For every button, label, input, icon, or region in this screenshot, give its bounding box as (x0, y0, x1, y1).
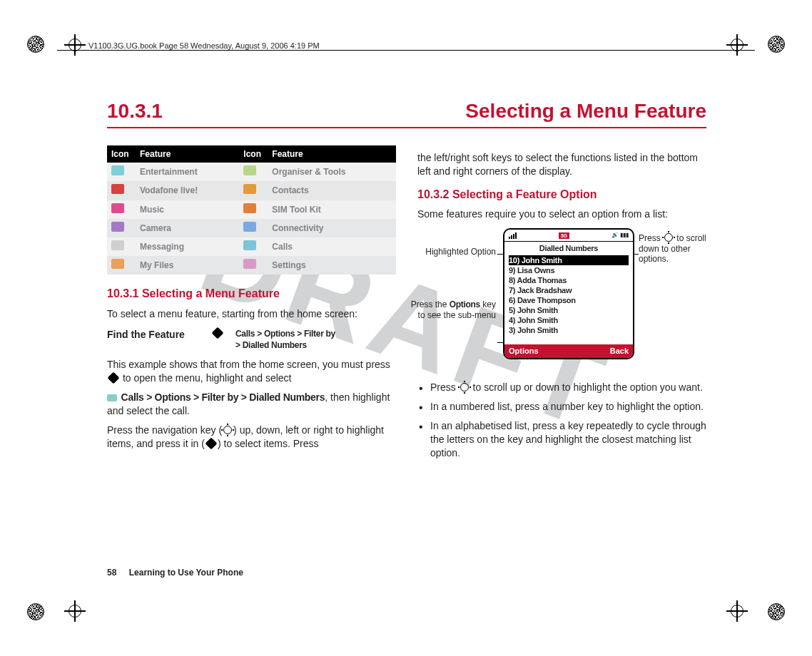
feature-cell: Music (136, 200, 239, 219)
print-registration-mark (768, 603, 785, 620)
feature-cell: Camera (136, 219, 239, 237)
subsection-heading: 10.3.1 Selecting a Menu Feature (107, 286, 396, 302)
feature-cell: Settings (268, 256, 396, 275)
feature-cell: Contacts (268, 181, 396, 200)
header-meta-text: V1100.3G.UG.book Page 58 Wednesday, Augu… (86, 41, 323, 50)
center-key-icon (212, 327, 224, 339)
table-header: Icon (107, 145, 136, 163)
table-row: Vodafone live! Contacts (107, 181, 396, 200)
print-registration-mark (768, 36, 785, 53)
find-the-feature-block: Find the Feature Calls > Options > Filte… (107, 328, 396, 351)
contacts-icon (243, 184, 256, 194)
print-registration-mark (27, 603, 44, 620)
list-item: 7) Jack Bradshaw (509, 285, 629, 295)
phone-screen-title: Dialled Numbers (504, 242, 633, 255)
feature-cell: Messaging (136, 237, 239, 256)
table-header: Feature (268, 145, 396, 163)
find-feature-label: Find the Feature (107, 328, 200, 342)
feature-cell: Calls (268, 237, 396, 256)
settings-icon (243, 259, 256, 269)
crop-mark-icon (726, 34, 748, 56)
print-registration-mark (27, 36, 44, 53)
section-title: Selecting a Menu Feature (465, 100, 706, 123)
phone-diagram: Highlighted Option Press the Options key… (417, 228, 706, 371)
body-text: Press the navigation key () up, down, le… (107, 424, 396, 451)
sound-battery-icons: 🔊 ▮▮▮ (611, 232, 629, 240)
signal-icon (509, 232, 517, 239)
feature-cell: Organiser & Tools (268, 163, 396, 181)
list-item: 4) John Smith (509, 315, 629, 325)
phone-screen: 3G 🔊 ▮▮▮ Dialled Numbers 10) John Smith … (503, 228, 634, 359)
crop-mark-icon (64, 600, 86, 622)
list-item: 5) John Smith (509, 305, 629, 315)
sim-toolkit-icon (243, 203, 256, 213)
table-row: My Files Settings (107, 256, 396, 275)
entertainment-icon (111, 165, 124, 175)
callout-options-key: Press the Options key to see the sub-men… (410, 299, 496, 320)
softkey-right: Back (610, 346, 629, 357)
list-item: 3) John Smith (509, 325, 629, 335)
table-row: Entertainment Organiser & Tools (107, 163, 396, 181)
navigation-key-icon (460, 383, 469, 391)
calls-icon (107, 394, 117, 401)
list-item: 8) Adda Thomas (509, 275, 629, 285)
header-rule (57, 50, 755, 51)
body-text: This example shows that from the home sc… (107, 358, 396, 385)
crop-mark-icon (64, 34, 86, 56)
feature-cell: Connectivity (268, 219, 396, 237)
feature-cell: My Files (136, 256, 239, 275)
right-column: the left/right soft keys to select the f… (417, 145, 706, 466)
table-row: Messaging Calls (107, 237, 396, 256)
feature-cell: SIM Tool Kit (268, 200, 396, 219)
navigation-key-icon (664, 233, 673, 242)
list-item: 6) Dave Thompson (509, 295, 629, 305)
messaging-icon (111, 240, 124, 250)
menu-path: > Dialled Numbers (235, 339, 335, 351)
page-number: 58 (107, 568, 116, 578)
list-item: Press to scroll up or down to highlight … (417, 381, 706, 394)
list-item: In an alphabetised list, press a key rep… (417, 419, 706, 460)
section-divider (107, 127, 706, 128)
organiser-icon (243, 165, 256, 175)
table-row: Camera Connectivity (107, 219, 396, 237)
vodafone-live-icon (111, 184, 124, 194)
section-number: 10.3.1 (107, 100, 163, 122)
table-header: Feature (136, 145, 239, 163)
center-key-icon (205, 437, 217, 449)
chapter-title: Learning to Use Your Phone (129, 568, 243, 578)
table-header: Icon (239, 145, 268, 163)
softkey-left: Options (509, 346, 539, 357)
my-files-icon (111, 259, 124, 269)
center-key-icon (108, 372, 120, 384)
feature-table: Icon Feature Icon Feature Entertainment … (107, 145, 396, 275)
subsection-heading: 10.3.2 Selecting a Feature Option (417, 187, 706, 203)
calls-icon (243, 240, 256, 250)
music-icon (111, 203, 124, 213)
body-text: To select a menu feature, starting from … (107, 307, 396, 321)
list-item: 10) John Smith (509, 255, 629, 265)
callout-scroll: Press to scroll down to other options. (639, 232, 717, 264)
body-text: Some features require you to select an o… (417, 207, 706, 221)
network-badge: 3G (559, 232, 569, 239)
menu-path: Calls > Options > Filter by (235, 328, 335, 339)
list-item: 9) Lisa Owns (509, 265, 629, 275)
table-row: Music SIM Tool Kit (107, 200, 396, 219)
connectivity-icon (243, 222, 256, 232)
navigation-key-icon (223, 426, 232, 434)
body-text: the left/right soft keys to select the f… (417, 151, 706, 178)
body-text: Calls > Options > Filter by > Dialled Nu… (107, 391, 396, 418)
camera-icon (111, 222, 124, 232)
feature-cell: Vodafone live! (136, 181, 239, 200)
feature-cell: Entertainment (136, 163, 239, 181)
crop-mark-icon (726, 600, 748, 622)
callout-highlighted-option: Highlighted Option (410, 247, 496, 257)
phone-status-bar: 3G 🔊 ▮▮▮ (504, 230, 633, 242)
left-column: Icon Feature Icon Feature Entertainment … (107, 145, 396, 466)
list-item: In a numbered list, press a number key t… (417, 400, 706, 414)
page-footer: 58 Learning to Use Your Phone (107, 568, 243, 578)
bullet-list: Press to scroll up or down to highlight … (417, 381, 706, 459)
